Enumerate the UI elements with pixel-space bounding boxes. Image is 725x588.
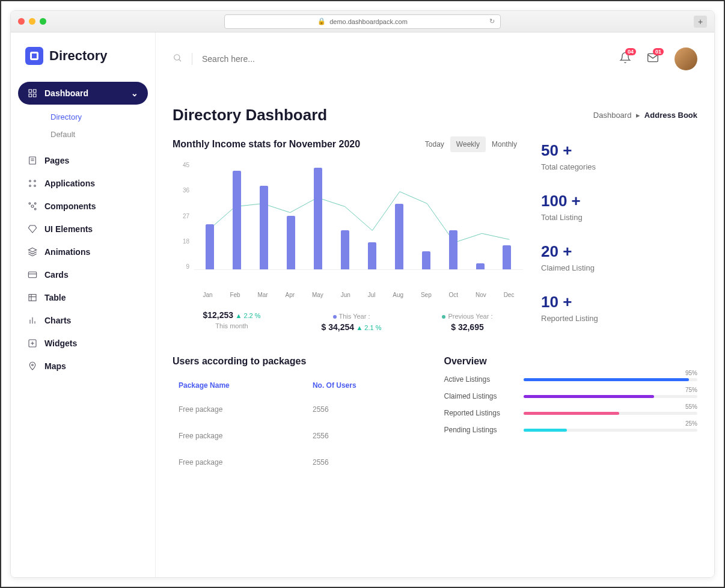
sidebar-item-label: Charts xyxy=(44,316,71,325)
chart-bar xyxy=(395,204,403,269)
cell-package-name: Free package xyxy=(174,423,307,449)
income-card: Monthly Income stats for November 2020 T… xyxy=(173,136,523,332)
side-stat: 100 +Total Listing xyxy=(541,192,697,222)
overview-title: Overview xyxy=(444,356,698,367)
chart-bar xyxy=(503,245,511,269)
svg-point-10 xyxy=(34,185,36,187)
sidebar-item-pages[interactable]: Pages xyxy=(18,149,148,172)
brand-name: Directory xyxy=(49,48,108,64)
sidebar-item-maps[interactable]: Maps xyxy=(18,355,148,378)
sidebar-item-cards[interactable]: Cards xyxy=(18,263,148,286)
svg-rect-3 xyxy=(33,94,36,97)
sidebar-item-widgets[interactable]: Widgets xyxy=(18,332,148,355)
messages-button[interactable]: 01 xyxy=(647,52,659,66)
chevron-down-icon: ⌄ xyxy=(131,88,138,98)
cell-package-name: Free package xyxy=(174,397,307,422)
svg-point-13 xyxy=(34,203,36,204)
x-tick: Jul xyxy=(368,292,376,298)
progress-pct: 95% xyxy=(685,370,697,376)
sidebar-sub-directory[interactable]: Directory xyxy=(50,108,148,126)
segment-today[interactable]: Today xyxy=(419,136,450,152)
chart-bar xyxy=(260,186,268,269)
progress-bar: 55% xyxy=(524,412,698,415)
notifications-button[interactable]: 04 xyxy=(619,52,631,66)
breadcrumb-item[interactable]: Address Book xyxy=(644,111,697,120)
svg-point-14 xyxy=(34,208,36,210)
chart-bar xyxy=(476,263,485,269)
main-content: 04 01 Directory Dashboard Dashboard ▸ Ad… xyxy=(155,32,714,577)
x-tick: May xyxy=(312,292,323,298)
refresh-icon[interactable]: ↻ xyxy=(489,17,495,25)
x-tick: Feb xyxy=(230,292,240,298)
overview-label: Active Listings xyxy=(444,375,516,384)
segment-monthly[interactable]: Monthly xyxy=(486,136,523,152)
sidebar-item-components[interactable]: Components xyxy=(18,195,148,218)
svg-rect-16 xyxy=(28,272,36,277)
svg-rect-0 xyxy=(29,90,32,93)
overview-card: Overview Active Listings95%Claimed Listi… xyxy=(444,356,698,476)
overview-label: Pending Listings xyxy=(444,426,516,434)
sidebar-item-charts[interactable]: Charts xyxy=(18,309,148,332)
table-icon xyxy=(28,293,37,302)
stat-this-month: $12,253 ▲ 2.2 % This month xyxy=(203,310,261,332)
sidebar-item-ui-elements[interactable]: UI Elements xyxy=(18,218,148,240)
stat-label: Claimed Listing xyxy=(541,263,697,272)
stat-label: Total Listing xyxy=(541,213,697,222)
progress-bar: 25% xyxy=(524,429,698,432)
brand-logo[interactable]: Directory xyxy=(11,47,155,82)
breadcrumb-item[interactable]: Dashboard xyxy=(593,111,632,120)
packages-card: Users according to packages Package Name… xyxy=(173,356,426,476)
map-pin-icon xyxy=(28,361,37,371)
chart-bar xyxy=(287,216,295,270)
notification-badge: 04 xyxy=(625,48,636,55)
apps-icon xyxy=(28,179,37,188)
table-row: Free package2556 xyxy=(174,450,425,475)
stat-value: 100 + xyxy=(541,192,697,210)
sidebar-item-label: Pages xyxy=(44,156,69,165)
url-bar[interactable]: 🔒demo.dashboardpack.com ↻ xyxy=(224,14,501,29)
x-tick: Mar xyxy=(257,292,268,298)
chart-bar xyxy=(314,168,322,269)
progress-pct: 55% xyxy=(685,403,697,410)
logo-mark-icon xyxy=(25,47,43,65)
x-tick: Jun xyxy=(341,292,350,298)
chart-bar xyxy=(368,242,376,269)
sidebar-item-dashboard[interactable]: Dashboard ⌄ xyxy=(18,82,148,105)
stat-this-year: This Year : $ 34,254 ▲ 2.1 % xyxy=(322,310,382,332)
close-window-button[interactable] xyxy=(18,18,25,25)
progress-pct: 25% xyxy=(685,420,697,427)
minimize-window-button[interactable] xyxy=(29,18,35,25)
sidebar: Directory Dashboard ⌄ Directory Default … xyxy=(11,32,155,577)
maximize-window-button[interactable] xyxy=(40,18,46,25)
sidebar-sub-default[interactable]: Default xyxy=(50,126,148,143)
table-header: Package Name xyxy=(174,375,307,396)
x-tick: Sep xyxy=(421,292,432,298)
search-input[interactable] xyxy=(202,54,322,64)
sidebar-item-animations[interactable]: Animations xyxy=(18,240,148,263)
stat-label: Total categories xyxy=(541,162,697,171)
segment-weekly[interactable]: Weekly xyxy=(450,136,486,152)
pages-icon xyxy=(28,156,37,165)
sidebar-item-label: Cards xyxy=(44,270,69,280)
new-tab-button[interactable]: + xyxy=(694,16,707,28)
sidebar-item-label: Applications xyxy=(44,179,95,188)
sidebar-item-table[interactable]: Table xyxy=(18,286,148,309)
user-avatar[interactable] xyxy=(675,47,697,70)
table-header: No. Of Users xyxy=(308,375,425,396)
page-title: Directory Dashboard xyxy=(173,106,327,124)
income-chart: 453627189 xyxy=(173,162,523,288)
svg-point-12 xyxy=(29,203,31,204)
sidebar-item-applications[interactable]: Applications xyxy=(18,172,148,195)
chart-bar xyxy=(422,251,430,269)
svg-rect-1 xyxy=(33,90,36,93)
overview-item: Claimed Listings75% xyxy=(444,392,698,400)
svg-marker-15 xyxy=(28,248,36,252)
plus-square-icon xyxy=(28,338,37,348)
cell-users: 2556 xyxy=(308,423,425,449)
browser-window: 🔒demo.dashboardpack.com ↻ + Directory Da… xyxy=(10,10,715,578)
side-stat: 10 +Reported Listing xyxy=(541,293,697,323)
search-icon[interactable] xyxy=(173,53,182,65)
x-tick: Dec xyxy=(504,292,515,298)
progress-pct: 75% xyxy=(685,387,697,393)
overview-item: Pending Listings25% xyxy=(444,426,698,434)
